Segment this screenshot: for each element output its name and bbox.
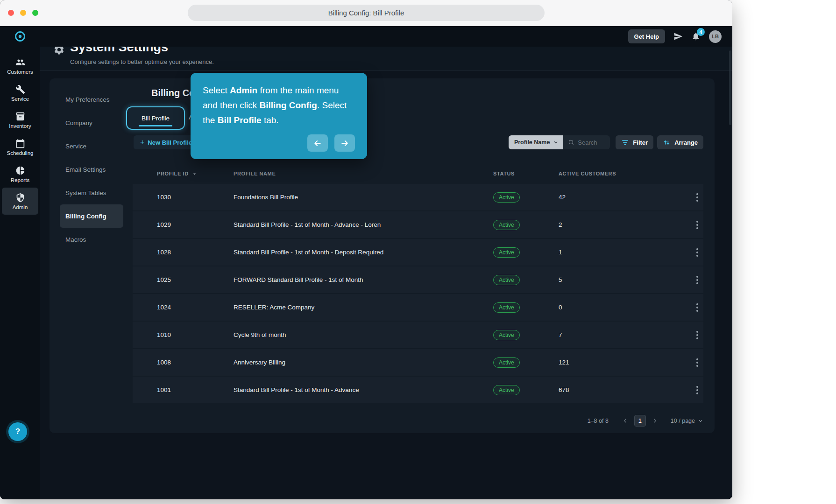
settings-nav-item-company[interactable]: Company — [60, 111, 123, 134]
kebab-menu-icon[interactable] — [694, 384, 701, 397]
send-icon[interactable] — [673, 32, 683, 41]
sidebar-item-service[interactable]: Service — [2, 79, 38, 106]
kebab-menu-icon[interactable] — [694, 218, 701, 231]
tab-bill-profile[interactable]: Bill Profile — [138, 107, 173, 129]
cell-profile-name: FORWARD Standard Bill Profile - 1st of M… — [234, 276, 493, 283]
cell-active-customers: 42 — [559, 194, 691, 201]
sidebar-item-reports[interactable]: Reports — [2, 161, 38, 188]
pagination-range: 1–8 of 8 — [588, 418, 609, 424]
cell-profile-id: 1024 — [133, 304, 234, 311]
main-content: System Settings Configure settings to be… — [40, 47, 732, 499]
arrow-right-icon — [340, 139, 349, 148]
sidebar-item-label: Service — [11, 96, 29, 102]
kebab-menu-icon[interactable] — [694, 301, 701, 314]
sidebar-item-label: Customers — [7, 69, 33, 75]
cell-profile-name: Anniversary Billing — [234, 359, 493, 366]
cell-profile-name: Standard Bill Profile - 1st of Month - D… — [234, 249, 493, 256]
plus-icon: + — [140, 138, 144, 147]
cell-status: Active — [493, 275, 559, 285]
status-badge: Active — [493, 220, 520, 230]
column-active-customers: ACTIVE CUSTOMERS — [559, 171, 691, 176]
cell-profile-id: 1008 — [133, 359, 234, 366]
kebab-menu-icon[interactable] — [694, 329, 701, 342]
pagination-page-1[interactable]: 1 — [634, 415, 646, 427]
cell-active-customers: 0 — [559, 304, 691, 311]
settings-nav-item-my-preferences[interactable]: My Preferences — [60, 88, 123, 111]
sort-field-dropdown[interactable]: Profile Name — [509, 135, 563, 149]
table-row[interactable]: 1029Standard Bill Profile - 1st of Month… — [133, 211, 703, 238]
table-row[interactable]: 1001Standard Bill Profile - 1st of Month… — [133, 377, 703, 403]
settings-nav-item-macros[interactable]: Macros — [60, 228, 123, 251]
window-title: Billing Config: Bill Profile — [188, 5, 545, 21]
column-profile-name: PROFILE NAME — [234, 171, 493, 176]
cell-active-customers: 7 — [559, 331, 691, 338]
app-logo-icon[interactable] — [14, 30, 26, 42]
cell-status: Active — [493, 385, 559, 395]
chevron-left-icon[interactable] — [619, 417, 631, 424]
table-row[interactable]: 1028Standard Bill Profile - 1st of Month… — [133, 239, 703, 266]
search-field[interactable] — [563, 135, 610, 149]
sidebar-item-customers[interactable]: Customers — [2, 52, 38, 79]
chevron-down-icon — [698, 418, 703, 424]
sidebar-item-inventory[interactable]: Inventory — [2, 106, 38, 133]
cell-profile-id: 1010 — [133, 331, 234, 338]
avatar[interactable]: LB — [709, 30, 722, 43]
scheduling-icon — [15, 139, 25, 148]
new-bill-profile-button[interactable]: + New Bill Profile — [134, 135, 198, 149]
kebab-menu-icon[interactable] — [694, 273, 701, 287]
traffic-light-minimize-button[interactable] — [20, 10, 26, 16]
arrange-button[interactable]: Arrange — [657, 135, 703, 149]
kebab-menu-icon[interactable] — [694, 191, 701, 204]
sidebar-item-scheduling[interactable]: Scheduling — [2, 133, 38, 161]
settings-nav-item-email-settings[interactable]: Email Settings — [60, 158, 123, 181]
status-badge: Active — [493, 275, 520, 285]
scrollbar-thumb[interactable] — [729, 50, 731, 125]
table-body: 1030Foundations Bill ProfileActive421029… — [133, 184, 703, 403]
table-row[interactable]: 1010Cycle 9th of monthActive7 — [133, 322, 703, 348]
search-input[interactable] — [578, 139, 607, 146]
reports-icon — [15, 166, 25, 175]
tooltip-next-button[interactable] — [334, 134, 355, 152]
traffic-light-zoom-button[interactable] — [32, 10, 38, 16]
table-row[interactable]: 1025FORWARD Standard Bill Profile - 1st … — [133, 266, 703, 293]
cell-status: Active — [493, 192, 559, 203]
cell-profile-id: 1025 — [133, 276, 234, 283]
service-icon — [15, 84, 25, 94]
table-row[interactable]: 1024RESELLER: Acme CompanyActive0 — [133, 294, 703, 321]
table-row[interactable]: 1008Anniversary BillingActive121 — [133, 349, 703, 376]
customers-icon — [15, 57, 25, 67]
table-row[interactable]: 1030Foundations Bill ProfileActive42 — [133, 184, 703, 210]
settings-card: My PreferencesCompanyServiceEmail Settin… — [50, 78, 715, 433]
help-fab-button[interactable]: ? — [8, 422, 27, 441]
status-badge: Active — [493, 192, 520, 203]
bill-profile-table: PROFILE ID PROFILE NAME STATUS ACTIVE CU… — [133, 167, 703, 403]
settings-nav: My PreferencesCompanyServiceEmail Settin… — [60, 88, 123, 251]
tooltip-back-button[interactable] — [307, 134, 328, 152]
get-help-button[interactable]: Get Help — [628, 29, 665, 43]
chevron-right-icon[interactable] — [649, 417, 661, 424]
traffic-light-close-button[interactable] — [8, 10, 14, 16]
kebab-menu-icon[interactable] — [694, 356, 701, 369]
cell-profile-id: 1028 — [133, 249, 234, 256]
filter-button[interactable]: Filter — [616, 135, 653, 149]
column-status: STATUS — [493, 171, 559, 176]
status-badge: Active — [493, 330, 520, 340]
cell-active-customers: 2 — [559, 221, 691, 228]
settings-nav-item-service[interactable]: Service — [60, 134, 123, 158]
tooltip-text: Select Admin from the main menu and then… — [203, 83, 355, 128]
page-size-dropdown[interactable]: 10 / page — [671, 418, 703, 424]
chevron-down-icon — [553, 140, 559, 145]
sidebar-item-admin[interactable]: Admin — [2, 188, 38, 215]
kebab-menu-icon[interactable] — [694, 246, 701, 259]
app-window: Billing Config: Bill Profile Get Help 4 … — [0, 0, 732, 499]
settings-nav-item-system-tables[interactable]: System Tables — [60, 181, 123, 204]
status-badge: Active — [493, 302, 520, 313]
settings-nav-item-billing-config[interactable]: Billing Config — [60, 204, 123, 228]
admin-icon — [15, 193, 25, 203]
column-profile-id[interactable]: PROFILE ID — [133, 171, 234, 177]
cell-active-customers: 121 — [559, 359, 691, 366]
new-bill-profile-label: New Bill Profile — [148, 139, 192, 146]
cell-active-customers: 1 — [559, 249, 691, 256]
page-size-value: 10 / page — [671, 418, 695, 424]
bell-icon[interactable]: 4 — [691, 32, 701, 41]
